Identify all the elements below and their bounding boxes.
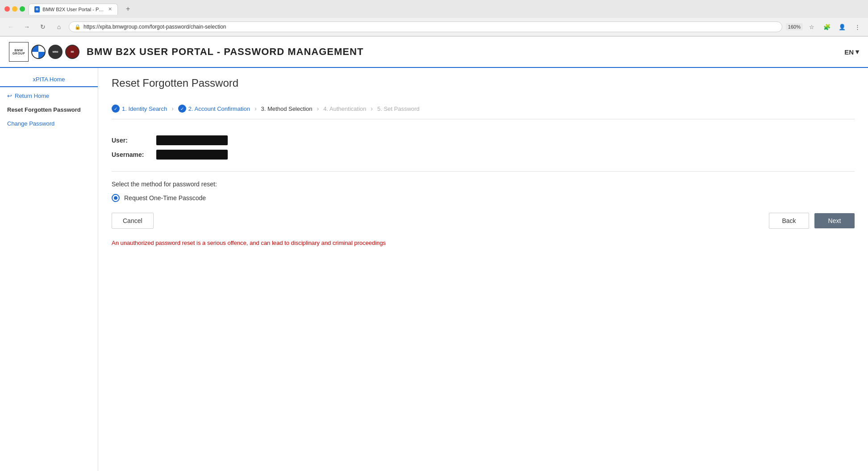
sidebar: xPITA Home ↩ Return Home Reset Forgotten… <box>0 68 98 471</box>
cancel-button[interactable]: Cancel <box>112 213 154 229</box>
user-info-section: User: Username: <box>112 128 855 172</box>
bmw-group-text: BMW <box>15 49 23 52</box>
step-method-selection: 3. Method Selection <box>261 105 313 112</box>
method-title: Select the method for password reset: <box>112 181 855 188</box>
brand-logos: BMW GROUP MINI RR <box>9 42 79 62</box>
bmw-group-text2: GROUP <box>13 52 25 55</box>
tab-close-button[interactable]: ✕ <box>108 6 112 12</box>
warning-text: An unauthorized password reset is a seri… <box>112 240 855 246</box>
step-arrow-3: › <box>317 105 319 112</box>
window-controls <box>4 6 25 12</box>
browser-toolbar: ← → ↻ ⌂ 🔒 160% ☆ 🧩 👤 ⋮ <box>0 18 868 36</box>
browser-chrome: B BMW B2X User Portal - Passw... ✕ + ← →… <box>0 0 868 37</box>
step-arrow-1: › <box>171 105 174 112</box>
language-label: EN <box>844 48 854 56</box>
step-arrow-4: › <box>371 105 373 112</box>
browser-tab[interactable]: B BMW B2X User Portal - Passw... ✕ <box>29 4 118 15</box>
close-window-button[interactable] <box>4 6 10 12</box>
step-identity-search: ✓ 1. Identity Search <box>112 105 167 113</box>
step1-icon: ✓ <box>112 105 120 113</box>
maximize-window-button[interactable] <box>20 6 25 12</box>
page-header: BMW GROUP MINI RR BMW B2X USER PORTAL - … <box>0 37 868 68</box>
xpita-home-link[interactable]: xPITA Home <box>0 72 98 87</box>
address-input[interactable] <box>83 24 776 30</box>
menu-icon[interactable]: ⋮ <box>851 21 864 33</box>
sidebar-item-return-home[interactable]: ↩ Return Home <box>0 89 98 103</box>
forward-button[interactable]: → <box>21 21 33 33</box>
language-selector[interactable]: EN ▾ <box>844 48 859 56</box>
stepper: ✓ 1. Identity Search › ✓ 2. Account Conf… <box>112 98 855 119</box>
next-button[interactable]: Next <box>814 213 855 228</box>
sidebar-item-label-change-password: Change Password <box>7 120 54 127</box>
user-info-row-user: User: <box>112 135 855 145</box>
step5-label: 5. Set Password <box>377 105 420 112</box>
back-button[interactable]: ← <box>4 21 17 33</box>
step1-label: 1. Identity Search <box>122 105 167 112</box>
reload-button[interactable]: ↻ <box>37 21 49 33</box>
radio-option-otp[interactable]: Request One-Time Passcode <box>112 194 855 202</box>
profile-icon[interactable]: 👤 <box>836 21 848 33</box>
user-info-row-username: Username: <box>112 150 855 160</box>
method-section: Select the method for password reset: Re… <box>112 181 855 202</box>
lock-icon: 🔒 <box>75 24 81 30</box>
minimize-window-button[interactable] <box>12 6 17 12</box>
radio-label-otp: Request One-Time Passcode <box>124 194 206 202</box>
step2-label: 2. Account Confirmation <box>188 105 250 112</box>
step-account-confirmation: ✓ 2. Account Confirmation <box>178 105 250 113</box>
tab-title: BMW B2X User Portal - Passw... <box>42 7 105 12</box>
step2-icon: ✓ <box>178 105 186 113</box>
body-layout: xPITA Home ↩ Return Home Reset Forgotten… <box>0 68 868 471</box>
step3-label: 3. Method Selection <box>261 105 313 112</box>
step-authentication: 4. Authentication <box>323 105 366 112</box>
page-title: BMW B2X USER PORTAL - PASSWORD MANAGEMEN… <box>87 46 363 58</box>
address-bar[interactable]: 🔒 <box>69 21 782 32</box>
mini-logo: MINI <box>48 45 63 59</box>
tab-favicon: B <box>34 6 40 13</box>
zoom-level: 160% <box>786 23 803 30</box>
radio-inner-otp <box>114 196 117 200</box>
sidebar-item-label-reset-password: Reset Forgotten Password <box>7 106 81 113</box>
browser-titlebar: B BMW B2X User Portal - Passw... ✕ + <box>0 0 868 18</box>
sidebar-item-label-return-home: Return Home <box>15 93 49 99</box>
action-buttons: Cancel Back Next <box>112 213 855 229</box>
header-left: BMW GROUP MINI RR BMW B2X USER PORTAL - … <box>9 42 363 62</box>
radio-button-otp[interactable] <box>112 194 120 202</box>
step4-label: 4. Authentication <box>323 105 366 112</box>
rolls-royce-logo: RR <box>65 45 79 59</box>
username-value <box>156 150 228 160</box>
bmw-logo <box>31 45 46 59</box>
bmw-group-logo: BMW GROUP <box>9 42 29 62</box>
sidebar-item-reset-password[interactable]: Reset Forgotten Password <box>0 103 98 117</box>
extensions-icon[interactable]: 🧩 <box>821 21 833 33</box>
main-page-title: Reset Forgotten Password <box>112 77 855 89</box>
bookmarks-icon[interactable]: ☆ <box>805 21 818 33</box>
step-arrow-2: › <box>255 105 257 112</box>
browser-toolbar-right: 160% ☆ 🧩 👤 ⋮ <box>786 21 864 33</box>
step-set-password: 5. Set Password <box>377 105 420 112</box>
main-content: Reset Forgotten Password ✓ 1. Identity S… <box>98 68 868 471</box>
return-home-icon: ↩ <box>7 93 12 99</box>
chevron-down-icon: ▾ <box>855 48 859 56</box>
new-tab-button[interactable]: + <box>121 3 134 15</box>
username-label: Username: <box>112 151 156 158</box>
home-button[interactable]: ⌂ <box>53 21 65 33</box>
user-value <box>156 135 228 145</box>
sidebar-item-change-password[interactable]: Change Password <box>0 117 98 130</box>
back-button[interactable]: Back <box>769 213 809 229</box>
user-label: User: <box>112 137 156 144</box>
